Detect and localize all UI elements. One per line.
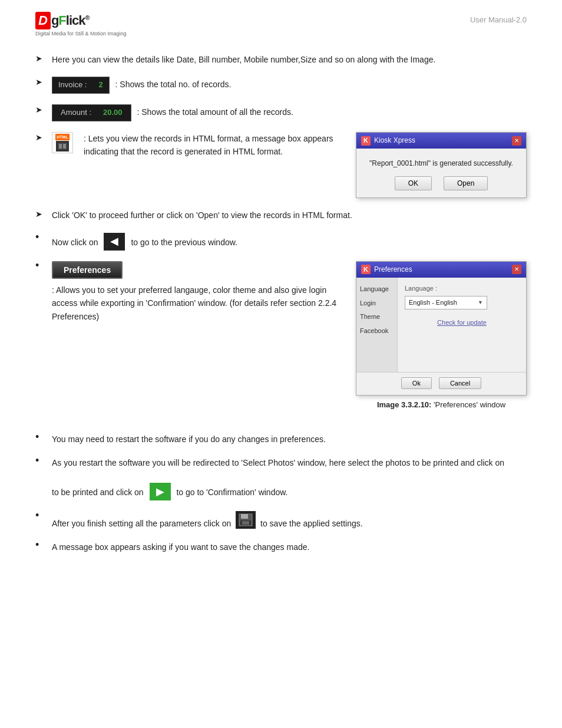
kiosk-ok-button[interactable]: OK xyxy=(395,176,432,190)
bullet-11-text: A message box appears asking if you want… xyxy=(52,541,527,554)
prefs-dialog-container: K Preferences ✕ Language Login Theme Fac… xyxy=(356,261,527,411)
kiosk-buttons: OK Open xyxy=(363,176,519,190)
bullet-1: ➤ Here you can view the details like Dat… xyxy=(35,53,527,66)
svg-rect-1 xyxy=(59,144,62,149)
prefs-close-button[interactable]: ✕ xyxy=(512,265,521,274)
prefs-bottom-buttons: Ok Cancel xyxy=(356,372,526,395)
bullet-7-left: Preferences : Allows you to set your pre… xyxy=(52,261,338,323)
kiosk-titlebar-left: K Kiosk Xpress xyxy=(361,135,415,146)
bullet-9-text-after: to go to 'Confirmation' window. xyxy=(176,487,287,497)
amount-label: Amount : xyxy=(61,107,91,119)
bullet-8-text: You may need to restart the software if … xyxy=(52,433,527,446)
html-label: HTML xyxy=(55,134,69,140)
logo-text: gFlick® xyxy=(51,13,90,28)
bullet-6-content: Now click on ◀ to go to the previous win… xyxy=(52,233,527,251)
bullet-9-text-before: As you restart the software you will be … xyxy=(52,458,504,467)
bullet-7-content: Preferences : Allows you to set your pre… xyxy=(52,261,527,422)
bullet-5-text: Click 'OK' to proceed further or click o… xyxy=(52,209,527,222)
bullet-2-text: : Shows the total no. of records. xyxy=(115,80,232,89)
logo: D gFlick® xyxy=(35,12,127,29)
kiosk-title: Kiosk Xpress xyxy=(374,135,415,146)
logo-area: D gFlick® Digital Media for Still & Moti… xyxy=(35,12,127,37)
html-icon: HTML xyxy=(52,132,73,153)
arrow-marker-1: ➤ xyxy=(35,54,46,63)
bullet-4-content: HTML : Lets you view the records in HTML… xyxy=(52,132,527,198)
prefs-sidebar-login[interactable]: Login xyxy=(360,297,394,311)
invoice-widget: Invoice : 2 xyxy=(52,77,110,94)
prefs-language-field: Language : English - English ▼ xyxy=(405,284,519,309)
prefs-cancel-button[interactable]: Cancel xyxy=(439,377,481,389)
prefs-ok-button[interactable]: Ok xyxy=(401,377,432,389)
back-arrow-icon[interactable]: ◀ xyxy=(104,233,125,251)
prefs-check-update-link[interactable]: Check for update xyxy=(405,318,519,328)
dot-marker-10: • xyxy=(35,509,46,522)
prefs-titlebar-left: K Preferences xyxy=(361,264,412,275)
bullet-5: ➤ Click 'OK' to proceed further or click… xyxy=(35,209,527,222)
bullet-9-content: As you restart the software you will be … xyxy=(52,456,527,500)
page: D gFlick® Digital Media for Still & Moti… xyxy=(0,0,562,588)
kiosk-dialog-container: K Kiosk Xpress ✕ "Report_0001.html" is g… xyxy=(356,132,527,198)
bullet-11: • A message box appears asking if you wa… xyxy=(35,541,527,554)
bullet-6-text-before: Now click on xyxy=(52,237,98,246)
arrow-marker-5: ➤ xyxy=(35,209,46,219)
bullet-3-text: : Shows the total amount of all the reco… xyxy=(137,107,293,117)
prefs-language-label: Language : xyxy=(405,284,519,294)
bullet-3: ➤ Amount : 20.00 : Shows the total amoun… xyxy=(35,104,527,121)
arrow-marker-3: ➤ xyxy=(35,105,46,114)
prefs-sidebar-language[interactable]: Language xyxy=(360,282,394,297)
manual-label: User Manual-2.0 xyxy=(470,15,527,24)
prefs-titlebar: K Preferences ✕ xyxy=(356,262,526,278)
kiosk-body: "Report_0001.html" is generated successf… xyxy=(356,149,526,197)
dot-marker-9: • xyxy=(35,454,46,467)
bullet-7-text: : Allows you to set your preferred langa… xyxy=(52,284,338,323)
bullet-4: ➤ HTML xyxy=(35,132,527,198)
forward-arrow-icon[interactable]: ▶ xyxy=(150,483,171,500)
bullet-9: • As you restart the software you will b… xyxy=(35,456,527,500)
header: D gFlick® Digital Media for Still & Moti… xyxy=(35,12,527,37)
kiosk-message: "Report_0001.html" is generated successf… xyxy=(363,158,519,169)
bullet-3-content: Amount : 20.00 : Shows the total amount … xyxy=(52,104,527,121)
image-caption-text: 'Preferences' window xyxy=(434,400,505,409)
logo-d-letter: D xyxy=(35,12,51,29)
prefs-main: Language : English - English ▼ Check for… xyxy=(398,278,526,372)
svg-rect-4 xyxy=(241,514,248,519)
svg-rect-2 xyxy=(63,144,66,149)
bullet-1-text: Here you can view the details like Date,… xyxy=(52,53,527,66)
prefs-language-value: English - English xyxy=(409,298,457,308)
prefs-content: Language Login Theme Facebook Language :… xyxy=(356,278,526,372)
svg-rect-6 xyxy=(242,521,249,525)
bullet-8: • You may need to restart the software i… xyxy=(35,433,527,446)
preferences-button[interactable]: Preferences xyxy=(52,261,123,279)
kiosk-open-button[interactable]: Open xyxy=(444,176,488,190)
save-icon[interactable] xyxy=(236,511,256,529)
logo-subtitle: Digital Media for Still & Motion Imaging xyxy=(35,31,127,37)
prefs-sidebar-facebook[interactable]: Facebook xyxy=(360,324,394,338)
bullet-10-text-after: to save the applied settings. xyxy=(260,519,363,528)
bullet-6: • Now click on ◀ to go to the previous w… xyxy=(35,233,527,251)
bullet-10-text-before: After you finish setting all the paramet… xyxy=(52,519,231,528)
arrow-marker-2: ➤ xyxy=(35,77,46,87)
bullet-2: ➤ Invoice : 2 : Shows the total no. of r… xyxy=(35,77,527,94)
kiosk-titlebar: K Kiosk Xpress ✕ xyxy=(356,133,526,149)
prefs-sidebar-theme[interactable]: Theme xyxy=(360,310,394,324)
amount-value: 20.00 xyxy=(103,107,123,119)
bullet-10: • After you finish setting all the param… xyxy=(35,511,527,530)
prefs-k-icon: K xyxy=(361,265,371,274)
html-img-svg xyxy=(58,143,67,150)
dot-marker-6: • xyxy=(35,231,46,243)
kiosk-dialog: K Kiosk Xpress ✕ "Report_0001.html" is g… xyxy=(356,132,527,198)
prefs-sidebar: Language Login Theme Facebook xyxy=(356,278,398,372)
dot-marker-7: • xyxy=(35,259,46,272)
bullet-10-content: After you finish setting all the paramet… xyxy=(52,511,527,530)
prefs-language-select[interactable]: English - English ▼ xyxy=(405,296,487,310)
dot-marker-11: • xyxy=(35,539,46,551)
invoice-value: 2 xyxy=(98,79,103,91)
dot-marker-8: • xyxy=(35,431,46,443)
bullet-7: • Preferences : Allows you to set your p… xyxy=(35,261,527,422)
image-caption-bold: Image 3.3.2.10: xyxy=(377,400,432,409)
image-caption: Image 3.3.2.10: 'Preferences' window xyxy=(356,399,527,411)
kiosk-close-button[interactable]: ✕ xyxy=(512,136,521,146)
bullet-9-inline: to be printed and click on xyxy=(52,487,146,497)
bullet-4-left: HTML : Lets you view the records in HTML… xyxy=(52,132,338,159)
html-img xyxy=(56,141,69,151)
